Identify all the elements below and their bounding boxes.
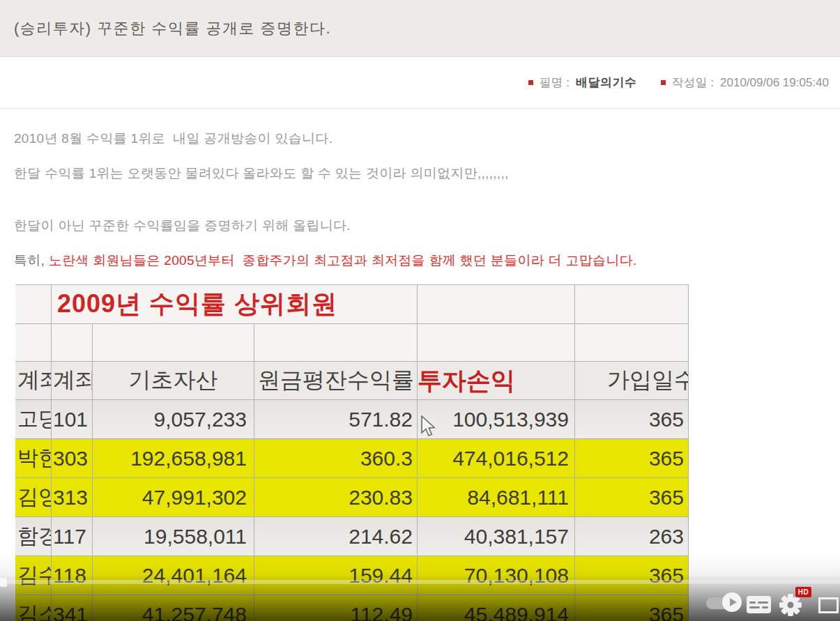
post-date: 2010/09/06 19:05:40 [720, 76, 829, 90]
cell-account: 118 [52, 556, 93, 595]
col-header-profit: 투자손익 [418, 362, 575, 399]
col-header-account-no: 계좌 [52, 362, 93, 399]
caption-line-icon [749, 601, 756, 604]
video-frame: (승리투자) 꾸준한 수익률 공개로 증명한다. 필명 : 배달의기수 작성일 … [0, 0, 840, 621]
cell-days: 365 [575, 439, 689, 477]
caption-line-icon [758, 601, 768, 604]
cell-days: 365 [575, 400, 689, 438]
cell-profit: 100,513,939 [418, 400, 575, 438]
date-label: 작성일 : [672, 75, 714, 91]
pen-name-label: 필명 : [540, 75, 570, 91]
cell-name: 김소 [15, 595, 52, 621]
cell-account: 101 [52, 400, 93, 438]
paragraph: 한달 수익률 1위는 오랫동안 물려있다 올라와도 할 수 있는 것이라 의미없… [14, 164, 509, 183]
cell-base-asset: 41,257,748 [93, 595, 254, 621]
paragraph-highlighted: 특히, 노란색 회원님들은 2005년부터 종합주가의 최고점과 최저점을 함께… [14, 252, 637, 270]
cell-base-asset: 19,558,011 [93, 517, 254, 555]
cell-avg-return: 360.3 [254, 439, 418, 477]
date-item: 작성일 : 2010/09/06 19:05:40 [661, 75, 829, 91]
post-title-bar: (승리투자) 꾸준한 수익률 공개로 증명한다. [0, 0, 840, 57]
cell-base-asset: 47,991,302 [93, 478, 254, 516]
cell-profit: 40,381,157 [418, 517, 575, 555]
cell-days: 365 [575, 595, 689, 621]
video-progress-played[interactable] [0, 578, 7, 587]
hd-quality-badge: HD [795, 587, 811, 597]
returns-table: 2009년 수익률 상위회원 계좌 계좌 기초자산 원금평잔수익률 투자손익 가… [15, 284, 689, 621]
table-row: 함경 117 19,558,011 214.62 40,381,157 263 [15, 517, 689, 556]
cell-account: 313 [52, 478, 93, 516]
cell-days: 263 [575, 517, 689, 555]
cell-base-asset: 9,057,233 [93, 400, 254, 438]
play-triangle-icon [730, 598, 737, 606]
cell-name: 김수 [15, 556, 52, 595]
cell-base-asset: 24,401,164 [93, 556, 254, 595]
cell-profit: 45,489,914 [418, 595, 575, 621]
table-header-row: 계좌 계좌 기초자산 원금평잔수익률 투자손익 가입일수 [15, 362, 689, 400]
table-cell [15, 285, 52, 323]
pen-name: 배달의기수 [576, 75, 637, 91]
table-row-highlighted: 김소 341 41,257,748 112.49 45,489,914 365 [15, 595, 689, 621]
cell-base-asset: 192,658,981 [93, 439, 254, 477]
cell-name: 고딩 [15, 400, 52, 438]
cell-name: 함경 [15, 517, 52, 555]
cell-days: 365 [575, 556, 689, 595]
video-progress-bar[interactable] [0, 580, 840, 584]
red-square-bullet-icon [528, 80, 533, 85]
cell-avg-return: 214.62 [254, 517, 418, 555]
caption-line-icon [762, 606, 768, 608]
post-title: (승리투자) 꾸준한 수익률 공개로 증명한다. [14, 18, 331, 39]
table-row-highlighted: 박현 303 192,658,981 360.3 474,016,512 365 [15, 439, 689, 478]
cell-account: 341 [52, 595, 93, 621]
cell-name: 김영 [15, 478, 52, 516]
cell-name: 박현 [15, 439, 52, 477]
table-row-highlighted: 김영 313 47,991,302 230.83 84,681,111 365 [15, 478, 689, 517]
cell-avg-return: 159.44 [254, 556, 418, 595]
table-empty-row [15, 324, 689, 362]
mouse-cursor [421, 415, 436, 438]
cell-days: 365 [575, 478, 689, 516]
pen-name-item: 필명 : 배달의기수 [528, 75, 637, 91]
paragraph: 한달이 아닌 꾸준한 수익률임을 증명하기 위해 올립니다. [14, 217, 351, 235]
col-header-base-asset: 기초자산 [93, 362, 254, 399]
caption-line-icon [749, 606, 760, 608]
paragraph: 2010년 8월 수익률 1위로 내일 공개방송이 있습니다. [14, 130, 333, 148]
cell-account: 303 [52, 439, 93, 477]
hd-badge-label: HD [798, 588, 809, 596]
table-cell [418, 285, 575, 323]
cell-profit: 474,016,512 [418, 439, 575, 477]
cell-avg-return: 112.49 [254, 595, 418, 621]
table-title: 2009년 수익률 상위회원 [57, 287, 337, 321]
col-header-account-name: 계좌 [15, 362, 52, 399]
paragraph-red-text: 노란색 회원님들은 2005년부터 종합주가의 최고점과 최저점을 함께 했던 … [49, 253, 637, 268]
cell-avg-return: 230.83 [254, 478, 418, 516]
cell-profit: 84,681,111 [418, 478, 575, 516]
col-header-avg-return: 원금평잔수익률 [254, 362, 418, 399]
paragraph-prefix: 특히, [14, 253, 49, 268]
table-row-highlighted: 김수 118 24,401,164 159.44 70,130,108 365 [15, 556, 689, 595]
autoplay-toggle-knob-icon[interactable] [722, 592, 742, 612]
cell-profit: 70,130,108 [418, 556, 575, 595]
cell-account: 117 [52, 517, 93, 555]
col-header-days: 가입일수 [575, 362, 689, 399]
byline: 필명 : 배달의기수 작성일 : 2010/09/06 19:05:40 [0, 57, 840, 109]
table-title-cell: 2009년 수익률 상위회원 [52, 285, 418, 323]
table-cell [575, 285, 689, 323]
table-row: 고딩 101 9,057,233 571.82 100,513,939 365 [15, 400, 689, 439]
captions-button[interactable] [747, 596, 771, 613]
red-square-bullet-icon [661, 80, 666, 85]
table-title-row: 2009년 수익률 상위회원 [15, 285, 689, 324]
theater-mode-button[interactable] [818, 597, 839, 613]
cell-avg-return: 571.82 [254, 400, 418, 438]
